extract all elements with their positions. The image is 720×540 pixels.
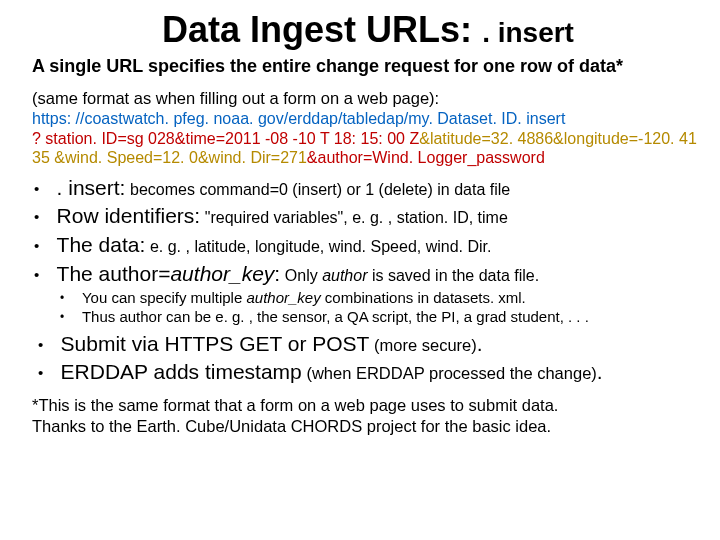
url-base: https: //coastwatch. pfeg. noaa. gov/erd… [32,110,565,127]
list-item: The author=author_key: Only author is sa… [52,260,704,288]
bullet-desc: "required variables", e. g. , station. I… [205,209,508,226]
footnote: *This is the same format that a form on … [32,395,704,436]
period: . [477,332,483,355]
bullet-term-ital: author_key [170,262,274,285]
bullet-term: Row identifiers: [57,204,201,227]
list-item: ERDDAP adds timestamp (when ERDDAP proce… [56,358,704,386]
url-author: &author=Wind. Logger_password [307,149,545,166]
bullet-term: The data: [57,233,146,256]
slide-title: Data Ingest URLs: . insert [32,8,704,52]
title-suffix: . insert [482,17,574,48]
bullet-desc: e. g. , latitude, longitude, wind. Speed… [150,238,492,255]
bullet-list-main: . insert: becomes command=0 (insert) or … [32,174,704,288]
list-item: Submit via HTTPS GET or POST (more secur… [56,330,704,358]
lower-desc: (more secure) [374,336,477,354]
list-item: . insert: becomes command=0 (insert) or … [52,174,704,202]
bullet-desc: becomes command=0 (insert) or 1 (delete)… [130,181,510,198]
url-block: https: //coastwatch. pfeg. noaa. gov/erd… [32,109,704,168]
title-main: Data Ingest URLs: [162,9,472,50]
sub-bullet-pre: You can specify multiple [82,289,247,306]
sub-bullet-post: combinations in datasets. xml. [321,289,526,306]
sub-bullet-ital: author_key [246,289,320,306]
list-item: Row identifiers: "required variables", e… [52,202,704,230]
bullet-term-pre: The author= [57,262,171,285]
url-row-identifiers: ? station. ID=sg 028&time=2011 -08 -10 T… [32,130,419,147]
list-item: The data: e. g. , latitude, longitude, w… [52,231,704,259]
bullet-list-sub: You can specify multiple author_key comb… [32,289,704,327]
bullet-desc-pre: Only [285,267,322,284]
list-item: You can specify multiple author_key comb… [78,289,704,308]
lower-term: Submit via HTTPS GET or POST [61,332,370,355]
period: . [597,360,603,383]
bullet-desc-ital: author [322,267,367,284]
footnote-line-1: *This is the same format that a form on … [32,395,704,416]
bullet-desc-post: is saved in the data file. [368,267,540,284]
list-item: Thus author can be e. g. , the sensor, a… [78,308,704,327]
subhead: A single URL specifies the entire change… [32,56,704,78]
bullet-term: . insert: [57,176,126,199]
footnote-line-2: Thanks to the Earth. Cube/Unidata CHORDS… [32,416,704,437]
lead-paragraph: (same format as when filling out a form … [32,88,704,108]
lower-desc: (when ERDDAP processed the change) [306,364,596,382]
bullet-list-lower: Submit via HTTPS GET or POST (more secur… [32,330,704,385]
sub-bullet-text: Thus author can be e. g. , the sensor, a… [82,308,589,325]
bullet-term-post: : [274,262,280,285]
lower-term: ERDDAP adds timestamp [61,360,302,383]
